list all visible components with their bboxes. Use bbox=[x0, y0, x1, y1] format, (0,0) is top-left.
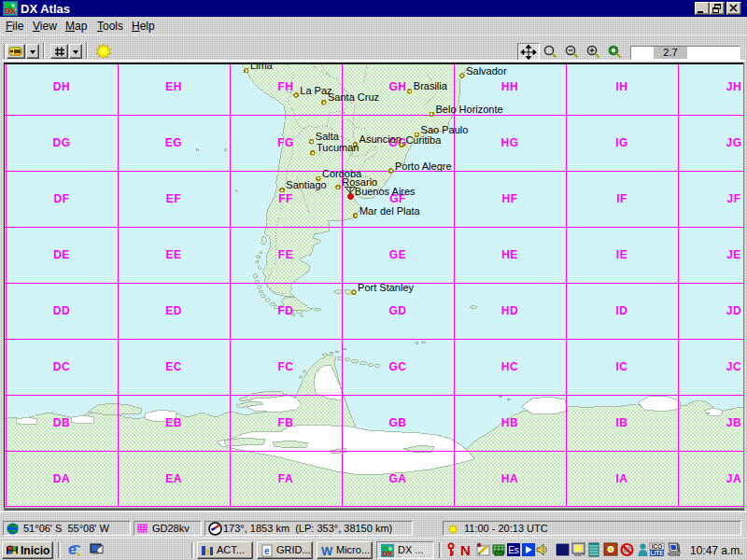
svg-text:Santiago: Santiago bbox=[286, 179, 326, 190]
svg-text:HD: HD bbox=[501, 304, 518, 317]
svg-text:EC: EC bbox=[165, 360, 182, 373]
svg-text:IF: IF bbox=[616, 192, 627, 205]
svg-text:W: W bbox=[321, 544, 333, 557]
svg-text:FH: FH bbox=[278, 80, 294, 93]
svg-text:Buenos Aires: Buenos Aires bbox=[355, 186, 416, 197]
svg-text:IH: IH bbox=[616, 80, 628, 93]
svg-text:IC: IC bbox=[616, 360, 628, 373]
svg-text:FA: FA bbox=[278, 472, 293, 485]
svg-text:GH: GH bbox=[389, 80, 407, 93]
svg-text:HE: HE bbox=[501, 248, 518, 261]
svg-text:EF: EF bbox=[166, 192, 181, 205]
svg-text:GE: GE bbox=[389, 248, 406, 261]
svg-text:IA: IA bbox=[616, 472, 628, 485]
svg-text:DX: DX bbox=[382, 550, 393, 558]
svg-text:ID: ID bbox=[616, 304, 628, 317]
svg-text:LITE: LITE bbox=[650, 550, 664, 556]
svg-text:EE: EE bbox=[165, 248, 181, 261]
svg-text:GA: GA bbox=[389, 472, 407, 485]
svg-text:JF: JF bbox=[726, 192, 740, 205]
svg-text:FE: FE bbox=[278, 248, 293, 261]
svg-text:Curitiba: Curitiba bbox=[405, 134, 442, 146]
svg-text:FC: FC bbox=[278, 360, 294, 373]
svg-text:Santa Cruz: Santa Cruz bbox=[328, 91, 379, 103]
svg-text:JA: JA bbox=[726, 472, 741, 485]
svg-text:Salta: Salta bbox=[316, 131, 340, 142]
svg-text:Tucuman: Tucuman bbox=[317, 142, 359, 153]
svg-text:GB: GB bbox=[389, 416, 407, 429]
svg-text:FD: FD bbox=[278, 304, 294, 317]
svg-text:DG: DG bbox=[53, 136, 71, 149]
svg-text:FF: FF bbox=[278, 192, 293, 205]
svg-text:EG: EG bbox=[165, 136, 182, 149]
svg-text:DF: DF bbox=[54, 192, 70, 205]
svg-text:ICO: ICO bbox=[652, 543, 663, 550]
svg-text:DH: DH bbox=[53, 80, 70, 93]
svg-text:EH: EH bbox=[165, 80, 182, 93]
svg-text:Belo Horizonte: Belo Horizonte bbox=[436, 104, 503, 115]
svg-text:HH: HH bbox=[501, 80, 518, 93]
svg-text:HF: HF bbox=[502, 192, 518, 205]
svg-text:DE: DE bbox=[53, 248, 70, 261]
svg-text:ED: ED bbox=[165, 304, 182, 317]
svg-text:JC: JC bbox=[726, 360, 741, 373]
svg-text:e: e bbox=[68, 541, 77, 557]
svg-text:HC: HC bbox=[501, 360, 518, 373]
svg-text:EA: EA bbox=[165, 472, 182, 485]
svg-text:JG: JG bbox=[726, 136, 741, 149]
svg-text:GD: GD bbox=[389, 304, 407, 317]
svg-text:DB: DB bbox=[53, 416, 70, 429]
svg-text:IB: IB bbox=[616, 416, 628, 429]
svg-text:DC: DC bbox=[53, 360, 70, 373]
svg-text:e: e bbox=[264, 546, 270, 556]
svg-text:HG: HG bbox=[501, 136, 519, 149]
svg-text:IG: IG bbox=[615, 136, 628, 149]
svg-text:DD: DD bbox=[53, 304, 70, 317]
svg-text:Es: Es bbox=[508, 545, 519, 555]
svg-text:GC: GC bbox=[389, 360, 407, 373]
svg-text:Brasilia: Brasilia bbox=[414, 80, 448, 91]
svg-text:FG: FG bbox=[277, 136, 294, 149]
svg-text:N: N bbox=[460, 542, 471, 558]
svg-text:Asuncion: Asuncion bbox=[359, 133, 402, 145]
svg-text:HA: HA bbox=[501, 472, 518, 485]
svg-text:Porto Alegre: Porto Alegre bbox=[395, 161, 452, 172]
svg-text:JH: JH bbox=[726, 80, 741, 93]
svg-text:IE: IE bbox=[616, 248, 627, 261]
svg-text:HB: HB bbox=[501, 416, 518, 429]
svg-text:EB: EB bbox=[165, 416, 182, 429]
svg-text:JE: JE bbox=[726, 248, 741, 261]
svg-text:JB: JB bbox=[726, 416, 741, 429]
svg-text:DX: DX bbox=[5, 7, 17, 16]
svg-text:Mar del Plata: Mar del Plata bbox=[359, 205, 421, 217]
svg-text:Port Stanley: Port Stanley bbox=[358, 282, 414, 293]
svg-text:DA: DA bbox=[53, 472, 70, 485]
svg-text:FB: FB bbox=[278, 416, 294, 429]
svg-text:JD: JD bbox=[726, 304, 741, 317]
svg-text:Salvador: Salvador bbox=[466, 65, 507, 77]
